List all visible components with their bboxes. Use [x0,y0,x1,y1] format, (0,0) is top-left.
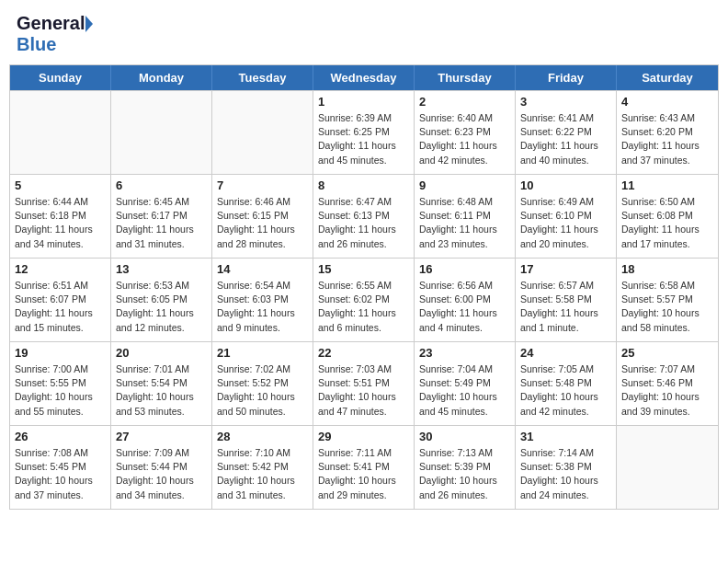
calendar-cell: 11Sunrise: 6:50 AM Sunset: 6:08 PM Dayli… [617,175,718,258]
calendar-row: 12Sunrise: 6:51 AM Sunset: 6:07 PM Dayli… [10,258,718,341]
logo-blue-text: Blue [17,34,56,55]
day-info: Sunrise: 6:55 AM Sunset: 6:02 PM Dayligh… [318,279,409,335]
calendar-cell: 18Sunrise: 6:58 AM Sunset: 5:57 PM Dayli… [617,259,718,341]
day-info: Sunrise: 7:04 AM Sunset: 5:49 PM Dayligh… [419,362,510,419]
day-number: 26 [15,430,106,443]
day-info: Sunrise: 6:45 AM Sunset: 6:17 PM Dayligh… [116,195,207,251]
day-number: 27 [116,430,207,443]
day-number: 7 [217,178,308,192]
calendar-row: 19Sunrise: 7:00 AM Sunset: 5:55 PM Dayli… [10,341,718,425]
calendar-cell: 27Sunrise: 7:09 AM Sunset: 5:44 PM Dayli… [111,426,212,509]
day-number: 30 [419,430,510,443]
day-number: 14 [217,262,308,276]
calendar-cell [212,91,313,174]
calendar-cell: 20Sunrise: 7:01 AM Sunset: 5:54 PM Dayli… [111,342,212,425]
calendar-cell: 31Sunrise: 7:14 AM Sunset: 5:38 PM Dayli… [516,426,617,509]
day-number: 31 [520,430,611,443]
calendar-row: 5Sunrise: 6:44 AM Sunset: 6:18 PM Daylig… [10,174,718,258]
day-info: Sunrise: 6:39 AM Sunset: 6:25 PM Dayligh… [318,111,409,167]
day-info: Sunrise: 6:47 AM Sunset: 6:13 PM Dayligh… [318,195,409,251]
calendar-header: SundayMondayTuesdayWednesdayThursdayFrid… [10,65,718,90]
day-info: Sunrise: 6:44 AM Sunset: 6:18 PM Dayligh… [15,195,106,251]
day-number: 20 [116,346,207,360]
day-info: Sunrise: 7:13 AM Sunset: 5:39 PM Dayligh… [419,446,510,502]
day-info: Sunrise: 7:11 AM Sunset: 5:41 PM Dayligh… [318,446,409,502]
logo-triangle-icon [85,16,93,32]
weekday-header: Wednesday [313,65,415,90]
day-number: 21 [217,346,308,360]
day-number: 12 [15,262,106,276]
logo-general-text: General [17,13,85,34]
calendar-cell: 1Sunrise: 6:39 AM Sunset: 6:25 PM Daylig… [313,91,415,174]
day-info: Sunrise: 6:56 AM Sunset: 6:00 PM Dayligh… [419,279,510,335]
day-number: 17 [520,262,611,276]
day-info: Sunrise: 7:14 AM Sunset: 5:38 PM Dayligh… [520,446,611,502]
day-number: 23 [419,346,510,360]
calendar-cell: 26Sunrise: 7:08 AM Sunset: 5:45 PM Dayli… [10,426,111,509]
day-number: 2 [419,95,510,109]
day-info: Sunrise: 7:01 AM Sunset: 5:54 PM Dayligh… [116,362,207,419]
day-number: 10 [520,178,611,192]
calendar-cell: 21Sunrise: 7:02 AM Sunset: 5:52 PM Dayli… [212,342,313,425]
calendar-cell: 16Sunrise: 6:56 AM Sunset: 6:00 PM Dayli… [415,259,516,341]
day-number: 16 [419,262,510,276]
day-info: Sunrise: 6:51 AM Sunset: 6:07 PM Dayligh… [15,279,106,335]
day-number: 8 [318,178,409,192]
day-number: 4 [621,95,713,109]
day-info: Sunrise: 7:05 AM Sunset: 5:48 PM Dayligh… [520,362,611,419]
calendar-cell: 24Sunrise: 7:05 AM Sunset: 5:48 PM Dayli… [516,342,617,425]
calendar-cell: 5Sunrise: 6:44 AM Sunset: 6:18 PM Daylig… [10,175,111,258]
calendar-cell: 17Sunrise: 6:57 AM Sunset: 5:58 PM Dayli… [516,259,617,341]
day-info: Sunrise: 6:48 AM Sunset: 6:11 PM Dayligh… [419,195,510,251]
calendar-cell: 25Sunrise: 7:07 AM Sunset: 5:46 PM Dayli… [617,342,718,425]
day-number: 5 [15,178,106,192]
day-info: Sunrise: 6:40 AM Sunset: 6:23 PM Dayligh… [419,111,510,167]
day-number: 15 [318,262,409,276]
calendar-cell: 14Sunrise: 6:54 AM Sunset: 6:03 PM Dayli… [212,259,313,341]
calendar-cell [10,91,111,174]
weekday-header: Sunday [10,65,111,90]
calendar-cell [617,426,718,509]
day-info: Sunrise: 7:08 AM Sunset: 5:45 PM Dayligh… [15,446,106,502]
day-info: Sunrise: 6:53 AM Sunset: 6:05 PM Dayligh… [116,279,207,335]
calendar-cell: 29Sunrise: 7:11 AM Sunset: 5:41 PM Dayli… [313,426,415,509]
calendar-cell: 12Sunrise: 6:51 AM Sunset: 6:07 PM Dayli… [10,259,111,341]
day-info: Sunrise: 7:07 AM Sunset: 5:46 PM Dayligh… [621,362,713,419]
weekday-header: Saturday [617,65,718,90]
day-info: Sunrise: 6:57 AM Sunset: 5:58 PM Dayligh… [520,279,611,335]
calendar-cell: 15Sunrise: 6:55 AM Sunset: 6:02 PM Dayli… [313,259,415,341]
weekday-header: Tuesday [212,65,313,90]
calendar-cell: 22Sunrise: 7:03 AM Sunset: 5:51 PM Dayli… [313,342,415,425]
day-number: 9 [419,178,510,192]
day-number: 25 [621,346,713,360]
calendar-cell: 8Sunrise: 6:47 AM Sunset: 6:13 PM Daylig… [313,175,415,258]
day-info: Sunrise: 6:50 AM Sunset: 6:08 PM Dayligh… [621,195,713,251]
calendar-cell: 9Sunrise: 6:48 AM Sunset: 6:11 PM Daylig… [415,175,516,258]
day-info: Sunrise: 6:49 AM Sunset: 6:10 PM Dayligh… [520,195,611,251]
calendar: SundayMondayTuesdayWednesdayThursdayFrid… [9,64,719,510]
calendar-cell: 10Sunrise: 6:49 AM Sunset: 6:10 PM Dayli… [516,175,617,258]
calendar-row: 26Sunrise: 7:08 AM Sunset: 5:45 PM Dayli… [10,425,718,509]
logo: General Blue [17,13,93,55]
day-info: Sunrise: 6:46 AM Sunset: 6:15 PM Dayligh… [217,195,308,251]
day-info: Sunrise: 7:10 AM Sunset: 5:42 PM Dayligh… [217,446,308,502]
day-number: 19 [15,346,106,360]
day-info: Sunrise: 7:02 AM Sunset: 5:52 PM Dayligh… [217,362,308,419]
day-number: 6 [116,178,207,192]
calendar-cell: 13Sunrise: 6:53 AM Sunset: 6:05 PM Dayli… [111,259,212,341]
day-info: Sunrise: 7:03 AM Sunset: 5:51 PM Dayligh… [318,362,409,419]
day-info: Sunrise: 7:09 AM Sunset: 5:44 PM Dayligh… [116,446,207,502]
day-number: 3 [520,95,611,109]
day-info: Sunrise: 7:00 AM Sunset: 5:55 PM Dayligh… [15,362,106,419]
day-info: Sunrise: 6:58 AM Sunset: 5:57 PM Dayligh… [621,279,713,335]
day-info: Sunrise: 6:43 AM Sunset: 6:20 PM Dayligh… [621,111,713,167]
day-number: 29 [318,430,409,443]
calendar-cell: 3Sunrise: 6:41 AM Sunset: 6:22 PM Daylig… [516,91,617,174]
calendar-cell [111,91,212,174]
calendar-cell: 30Sunrise: 7:13 AM Sunset: 5:39 PM Dayli… [415,426,516,509]
weekday-header: Monday [111,65,212,90]
calendar-cell: 19Sunrise: 7:00 AM Sunset: 5:55 PM Dayli… [10,342,111,425]
day-number: 28 [217,430,308,443]
day-info: Sunrise: 6:41 AM Sunset: 6:22 PM Dayligh… [520,111,611,167]
page-header: General Blue [9,9,719,59]
